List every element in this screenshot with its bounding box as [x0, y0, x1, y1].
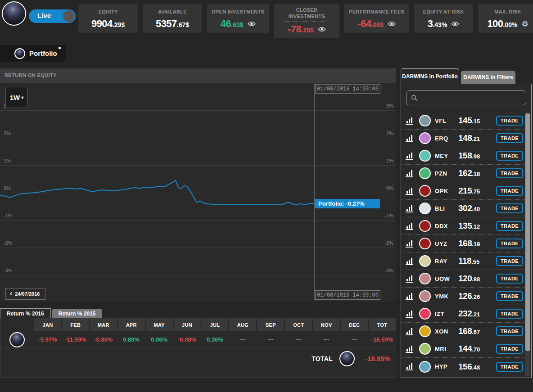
darwin-ticker[interactable]: MEY [435, 153, 458, 159]
darwin-ticker[interactable]: YMK [435, 293, 458, 300]
bar-chart-icon[interactable] [406, 170, 415, 177]
darwin-ticker[interactable]: XON [435, 328, 458, 335]
darwin-row: UOW 120.88 TRADE [401, 270, 532, 288]
eye-icon[interactable] [451, 21, 459, 27]
bar-chart-icon[interactable] [406, 135, 415, 142]
darwin-ticker[interactable]: DDX [435, 223, 458, 230]
darwin-row: YMK 126.26 TRADE [401, 288, 532, 305]
eye-icon[interactable] [248, 21, 256, 27]
stat-card: MAX. RISK 100.00% ⚙ [478, 4, 533, 33]
darwin-row: ERQ 148.21 TRADE [401, 130, 532, 147]
live-toggle[interactable]: Live [29, 9, 76, 23]
scrollbar-thumb[interactable] [525, 113, 530, 351]
trade-button[interactable]: TRADE [496, 344, 523, 354]
month-header-cell: APR [118, 318, 145, 331]
bar-chart-icon[interactable] [406, 222, 415, 230]
search-input[interactable] [421, 95, 521, 101]
trade-button[interactable]: TRADE [496, 239, 523, 248]
darwin-ticker[interactable]: BLI [435, 205, 458, 212]
tab-portfolio[interactable]: Portfolio [0, 45, 66, 62]
return-on-equity-panel: RETURN ON EQUITY 1W ▾ 01/08/2016 14:59:0… [0, 68, 396, 302]
tab-darwins-in-filters[interactable]: DARWINS in Filters [461, 71, 515, 84]
tab-darwins-in-portfolio[interactable]: DARWINS in Portfolio [401, 68, 459, 84]
eye-icon[interactable] [318, 27, 326, 32]
gear-icon[interactable]: ⚙ [521, 20, 528, 28]
tab-return-2016[interactable]: Return % 2016 [0, 308, 51, 319]
darwin-ticker[interactable]: UYZ [435, 240, 458, 247]
darwin-price: 144.70 [458, 344, 492, 354]
darwin-ticker[interactable]: IZT [435, 311, 458, 317]
trade-button[interactable]: TRADE [496, 168, 523, 178]
stat-card: OPEN INVESTMENTS 46.63$ [207, 4, 269, 33]
trade-button[interactable]: TRADE [496, 291, 523, 301]
bar-chart-icon[interactable] [406, 345, 415, 353]
trade-button[interactable]: TRADE [496, 256, 523, 266]
user-avatar[interactable] [2, 1, 26, 26]
trade-button[interactable]: TRADE [496, 309, 523, 319]
return-value-cell: -0.80% [90, 336, 117, 343]
bar-chart-icon[interactable] [406, 328, 415, 335]
darwin-price: 145.15 [458, 116, 492, 126]
search-icon [411, 95, 418, 101]
darwin-ticker[interactable]: VFL [435, 117, 458, 124]
tab-return-2015[interactable]: Return % 2015 [52, 309, 102, 319]
total-row: TOTAL -18.85% [0, 348, 396, 369]
stat-value: 3.43% [428, 18, 447, 30]
return-value-cell: -5.97% [34, 336, 61, 343]
return-value-cell: 0.06% [146, 336, 173, 343]
darwin-ticker[interactable]: RAY [435, 258, 458, 265]
trade-button[interactable]: TRADE [496, 221, 523, 231]
month-header-cell: JAN [34, 318, 61, 331]
trade-button[interactable]: TRADE [496, 116, 523, 126]
bar-chart-icon[interactable] [406, 205, 415, 212]
bar-chart-icon[interactable] [406, 152, 415, 160]
darwin-price: 158.98 [458, 151, 492, 161]
return-value-cell: --- [285, 336, 312, 343]
return-value-cell: 0.36% [202, 336, 229, 343]
bar-chart-icon[interactable] [406, 117, 415, 125]
eye-icon[interactable] [388, 21, 396, 27]
trade-button[interactable]: TRADE [496, 133, 523, 143]
return-value-cell: --- [341, 336, 368, 343]
bar-chart-icon[interactable] [406, 310, 415, 318]
scrollbar-track[interactable] [525, 113, 530, 376]
trade-button[interactable]: TRADE [496, 362, 523, 372]
chart-plot[interactable]: 1W ▾ 01/08/2016 14:59:00 01/08/2016 14:5… [0, 83, 396, 302]
row-avatar-cell [0, 332, 33, 347]
stat-value: -64.08$ [357, 18, 384, 30]
bar-chart-icon[interactable] [406, 240, 415, 248]
stat-card: CLOSED INVESTMENTS -78.25$ [274, 4, 339, 38]
stat-label: AVAILABLE [158, 9, 187, 16]
stat-card: EQUITY AT RISK 3.43% [414, 4, 473, 33]
darwin-ticker[interactable]: UOW [435, 275, 458, 282]
bar-chart-icon[interactable] [406, 275, 415, 283]
portfolio-avatar [339, 351, 355, 366]
darwin-ticker[interactable]: MRI [435, 346, 458, 352]
darwin-search-box[interactable] [406, 90, 526, 105]
live-toggle-knob[interactable] [63, 10, 75, 22]
bar-chart-icon[interactable] [406, 187, 415, 195]
darwin-row: IZT 232.21 TRADE [401, 305, 532, 323]
bar-chart-icon[interactable] [406, 293, 415, 300]
trade-button[interactable]: TRADE [496, 274, 523, 284]
darwin-ticker[interactable]: OPK [435, 188, 458, 194]
darwin-ticker[interactable]: ERQ [435, 135, 458, 142]
bar-chart-icon[interactable] [406, 257, 415, 265]
darwins-tabs: DARWINS in Portfolio DARWINS in Filters [401, 68, 532, 84]
top-bar: Live EQUITY 9904.29$ AVAILABLE 5357.67$ … [0, 0, 533, 40]
trade-button[interactable]: TRADE [496, 186, 523, 196]
darwin-ticker[interactable]: HYP [435, 363, 458, 370]
darwin-ticker[interactable]: PZN [435, 170, 458, 177]
month-header-cell: OCT [285, 318, 312, 331]
darwin-row: UYZ 168.19 TRADE [401, 235, 532, 252]
darwin-price: 120.88 [458, 274, 492, 284]
trade-button[interactable]: TRADE [496, 151, 523, 161]
darwin-avatar [419, 167, 431, 179]
return-value-cell: -11.59% [62, 336, 89, 343]
bar-chart-icon[interactable] [406, 363, 415, 370]
period-dropdown[interactable]: 1W ▾ [5, 87, 28, 108]
trade-button[interactable]: TRADE [496, 203, 523, 213]
chart-back-button[interactable]: ‹ 24/07/2016 [5, 288, 45, 300]
trade-button[interactable]: TRADE [496, 326, 523, 336]
darwin-row: PZN 162.18 TRADE [401, 165, 532, 182]
